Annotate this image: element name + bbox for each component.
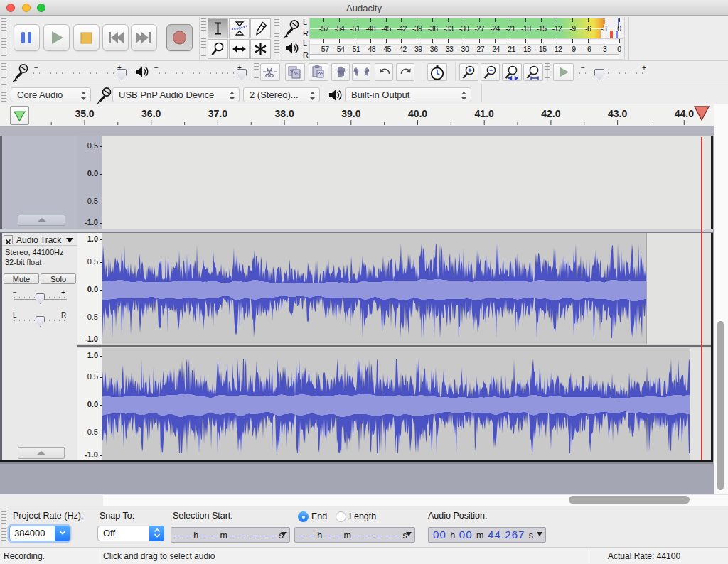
svg-text:41.0: 41.0 bbox=[475, 108, 494, 119]
svg-text:40.0: 40.0 bbox=[408, 108, 427, 119]
svg-text:42.0: 42.0 bbox=[541, 108, 560, 119]
svg-text:38.0: 38.0 bbox=[274, 108, 294, 119]
svg-text:35.0: 35.0 bbox=[75, 108, 94, 119]
svg-text:44.0: 44.0 bbox=[675, 108, 694, 119]
svg-text:37.0: 37.0 bbox=[208, 108, 228, 119]
svg-text:39.0: 39.0 bbox=[341, 108, 360, 119]
svg-text:36.0: 36.0 bbox=[141, 108, 161, 119]
svg-text:43.0: 43.0 bbox=[608, 108, 627, 119]
